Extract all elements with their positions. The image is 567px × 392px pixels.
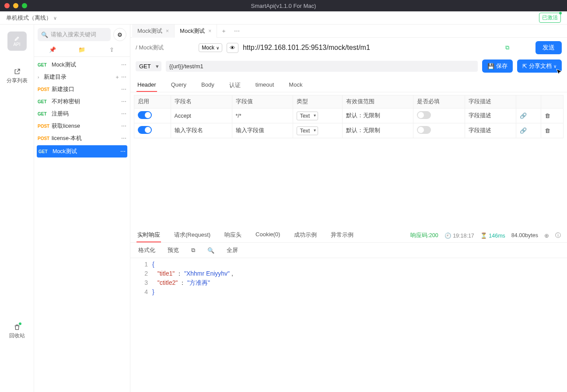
sidebar-item-label: 新建目录	[44, 74, 115, 81]
tab-label: Mock测试	[180, 27, 205, 35]
close-icon[interactable]	[4, 3, 10, 8]
response-tab[interactable]: Cookie(0)	[255, 228, 281, 242]
response-tab[interactable]: 响应头	[224, 228, 242, 242]
required-toggle[interactable]	[417, 126, 431, 134]
more-icon[interactable]: ⋯	[121, 62, 126, 68]
line-number: 2	[130, 269, 148, 278]
table-header: 字段描述	[465, 95, 516, 108]
request-tab[interactable]: Query	[170, 79, 187, 92]
copy-url-icon[interactable]: ⧉	[505, 44, 509, 51]
enable-toggle[interactable]	[138, 126, 152, 134]
sidebar-item[interactable]: GET注册码⋯	[34, 108, 130, 120]
link-icon[interactable]: 🔗	[520, 127, 527, 134]
sidebar-item[interactable]: GETMock测试⋯	[34, 59, 130, 71]
type-select[interactable]: Text	[297, 126, 318, 135]
desc-cell[interactable]: 字段描述	[465, 108, 516, 123]
response-tab[interactable]: 请求(Request)	[173, 228, 211, 242]
disk-icon: 💾	[487, 63, 494, 70]
pin-icon[interactable]: 📌	[46, 46, 59, 53]
request-tab[interactable]: Header	[136, 79, 157, 92]
mock-dropdown[interactable]: Mock∨	[199, 43, 222, 52]
left-rail: API 分享列表 回收站	[0, 24, 34, 392]
tab-more-button[interactable]: ⋯	[230, 28, 243, 34]
more-icon[interactable]: ⋯	[121, 135, 126, 141]
table-header	[541, 95, 563, 108]
method-badge: POST	[38, 136, 52, 141]
format-button[interactable]: 格式化	[136, 245, 157, 255]
tab[interactable]: Mock测试×	[132, 24, 175, 38]
copy-button[interactable]: ⧉	[189, 246, 197, 255]
breadcrumb[interactable]: / Mock测试	[136, 44, 164, 52]
close-icon[interactable]: ×	[166, 28, 169, 34]
range-cell[interactable]: 默认：无限制	[342, 123, 413, 138]
request-tab[interactable]: 认证	[228, 79, 242, 92]
desc-cell[interactable]: 字段描述	[465, 123, 516, 138]
response-tab[interactable]: 成功示例	[293, 228, 318, 242]
more-icon[interactable]: ⋯	[121, 111, 126, 117]
preview-button[interactable]: 预览	[166, 245, 181, 255]
path-input[interactable]: {{url}}/test/m1	[166, 61, 478, 72]
sidebar-item[interactable]: POST新建接口⋯	[34, 83, 130, 95]
more-icon[interactable]: ⋯	[121, 86, 126, 92]
sidebar-item[interactable]: POST获取license⋯	[34, 120, 130, 132]
response-tabs: 实时响应请求(Request)响应头Cookie(0)成功示例异常示例 响应码:…	[130, 226, 567, 243]
eye-icon: 👁	[230, 45, 235, 51]
search-input[interactable]: 🔍 请输入搜索关键词	[38, 28, 111, 41]
tab-add-button[interactable]: ＋	[217, 27, 230, 35]
sidebar-item[interactable]: GET不对称密钥⋯	[34, 95, 130, 108]
sidebar-item[interactable]: ›新建目录＋ ⋯	[34, 71, 130, 83]
type-select[interactable]: Text	[297, 112, 318, 120]
search-button[interactable]: 🔍	[206, 246, 216, 255]
table-header: 字段名	[171, 95, 232, 108]
save-button[interactable]: 💾保存	[482, 60, 513, 73]
sidebar-item[interactable]: GETMock测试⋯	[37, 145, 127, 158]
request-tab[interactable]: timeout	[255, 79, 275, 92]
method-select[interactable]: GET	[136, 61, 161, 71]
response-tab[interactable]: 实时响应	[136, 228, 161, 242]
table-header: 字段值	[232, 95, 293, 108]
request-tab[interactable]: Mock	[288, 79, 303, 92]
request-url[interactable]: http://192.168.101.25:9513/mock/test/m1	[243, 44, 501, 52]
fullscreen-button[interactable]: 全屏	[225, 245, 240, 255]
window-controls[interactable]	[4, 3, 27, 8]
share-doc-button[interactable]: ⇱分享文档∨	[517, 60, 562, 73]
path-row: GET {{url}}/test/m1 💾保存 ⇱分享文档∨	[130, 58, 567, 76]
send-button[interactable]: 发送	[536, 41, 562, 54]
more-icon[interactable]: ⋯	[120, 148, 126, 154]
field-name[interactable]: Accept	[171, 108, 232, 123]
trash-button[interactable]: 回收站	[9, 324, 25, 340]
api-nav-button[interactable]: API	[7, 32, 27, 51]
share-list-button[interactable]: 分享列表	[7, 68, 28, 84]
close-icon[interactable]: ×	[208, 28, 211, 34]
sidebar-item[interactable]: POSTlicense-本机⋯	[34, 132, 130, 144]
upload-icon[interactable]: ⇪	[105, 46, 118, 53]
more-icon[interactable]: ⋯	[121, 123, 126, 129]
info-icon[interactable]: ⓘ	[555, 232, 561, 239]
mode-dropdown[interactable]: 单机模式（离线） ∨	[6, 14, 57, 22]
folder-icon[interactable]: 📁	[75, 46, 88, 53]
response-meta: 响应码:200 🕘 19:18:17 ⏳ 146ms 84.00bytes ⊕ …	[410, 232, 561, 239]
add-icon[interactable]: ＋ ⋯	[115, 74, 126, 81]
field-value[interactable]: */*	[232, 108, 293, 123]
delete-icon[interactable]: 🗑	[545, 127, 550, 134]
delete-icon[interactable]: 🗑	[545, 112, 550, 119]
minimize-icon[interactable]	[13, 3, 18, 8]
search-icon: 🔍	[41, 32, 48, 38]
sidebar-item-label: Mock测试	[52, 148, 120, 155]
more-icon[interactable]: ⋯	[121, 98, 126, 105]
visibility-toggle[interactable]: 👁	[227, 43, 238, 53]
range-cell[interactable]: 默认：无限制	[342, 108, 413, 123]
required-toggle[interactable]	[417, 111, 431, 119]
maximize-icon[interactable]	[22, 3, 27, 8]
link-icon[interactable]: 🔗	[520, 112, 527, 119]
enable-toggle[interactable]	[138, 111, 152, 119]
field-value[interactable]: 输入字段值	[232, 123, 293, 138]
field-name[interactable]: 输入字段名	[171, 123, 232, 138]
request-tab[interactable]: Body	[200, 79, 215, 92]
method-badge: GET	[38, 99, 52, 104]
expand-icon[interactable]: ⊕	[544, 232, 549, 239]
tab[interactable]: Mock测试×	[175, 24, 217, 38]
response-tab[interactable]: 异常示例	[330, 228, 354, 242]
settings-button[interactable]: ⚙	[113, 28, 126, 41]
sidebar: 🔍 请输入搜索关键词 ⚙ 📌 📁 ⇪ GETMock测试⋯›新建目录＋ ⋯POS…	[34, 24, 130, 392]
